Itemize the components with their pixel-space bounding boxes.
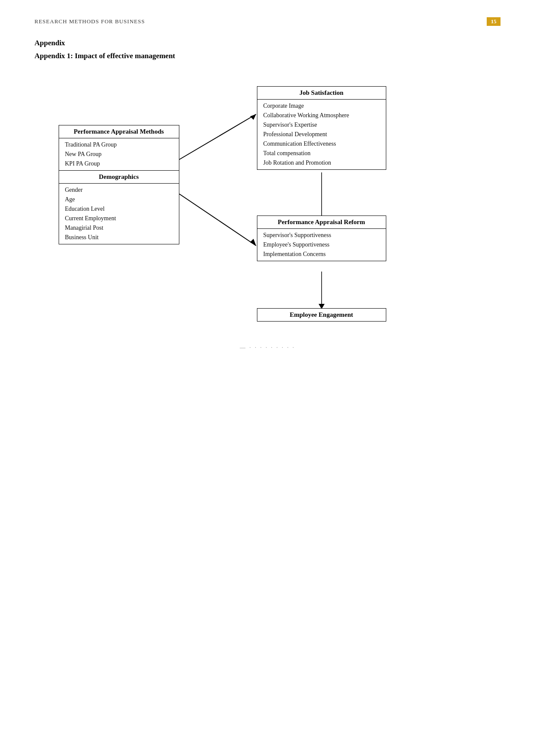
job-satisfaction-title: Job Satisfaction bbox=[257, 87, 386, 100]
svg-marker-1 bbox=[250, 114, 256, 120]
list-item: Managirial Post bbox=[65, 223, 173, 233]
header-title: RESEARCH METHODS FOR BUSINESS bbox=[34, 18, 145, 25]
pa-methods-title: Performance Appraisal Methods bbox=[59, 125, 179, 138]
list-item: Supervisor's Supportiveness bbox=[263, 231, 380, 240]
list-item: KPI PA Group bbox=[65, 159, 173, 169]
page-header: RESEARCH METHODS FOR BUSINESS 15 bbox=[34, 17, 501, 26]
list-item: Age bbox=[65, 195, 173, 204]
employee-engagement-box: Employee Engagement bbox=[257, 308, 386, 322]
svg-marker-3 bbox=[250, 239, 256, 246]
demographics-title: Demographics bbox=[59, 170, 179, 184]
list-item: Business Unit bbox=[65, 233, 173, 242]
list-item: Supervisor's Expertise bbox=[263, 120, 380, 130]
list-item: Total compensation bbox=[263, 149, 380, 158]
page-number: 15 bbox=[487, 17, 501, 26]
page: RESEARCH METHODS FOR BUSINESS 15 Appendi… bbox=[0, 0, 535, 756]
list-item: Corporate Image bbox=[263, 101, 380, 111]
pa-reform-box: Performance Appraisal Reform Supervisor'… bbox=[257, 216, 386, 261]
pa-reform-items: Supervisor's Supportiveness Employee's S… bbox=[257, 229, 386, 261]
left-box: Performance Appraisal Methods Traditiona… bbox=[59, 125, 179, 244]
list-item: Education Level bbox=[65, 204, 173, 214]
job-satisfaction-box: Job Satisfaction Corporate Image Collabo… bbox=[257, 86, 386, 170]
list-item: Implementation Concerns bbox=[263, 250, 380, 259]
job-satisfaction-items: Corporate Image Collaborative Working At… bbox=[257, 100, 386, 169]
employee-engagement-title: Employee Engagement bbox=[257, 309, 386, 321]
list-item: Collaborative Working Atmosphere bbox=[263, 111, 380, 120]
list-item: Traditional PA Group bbox=[65, 140, 173, 150]
appendix-subheading: Appendix 1: Impact of effective manageme… bbox=[34, 52, 501, 60]
list-item: Employee's Supportiveness bbox=[263, 240, 380, 250]
list-item: Professional Development bbox=[263, 130, 380, 139]
list-item: New PA Group bbox=[65, 150, 173, 159]
pa-items-list: Traditional PA Group New PA Group KPI PA… bbox=[59, 138, 179, 170]
list-item: Gender bbox=[65, 185, 173, 195]
diagram: Performance Appraisal Methods Traditiona… bbox=[41, 73, 494, 341]
caption: — · · · · · · · · · bbox=[34, 344, 501, 351]
svg-line-2 bbox=[179, 194, 256, 246]
pa-reform-title: Performance Appraisal Reform bbox=[257, 216, 386, 229]
appendix-heading: Appendix bbox=[34, 39, 501, 47]
list-item: Current Employment bbox=[65, 214, 173, 223]
list-item: Communication Effectiveness bbox=[263, 139, 380, 149]
demo-items-list: Gender Age Education Level Current Emplo… bbox=[59, 184, 179, 244]
svg-line-0 bbox=[179, 114, 256, 159]
list-item: Job Rotation and Promotion bbox=[263, 158, 380, 168]
